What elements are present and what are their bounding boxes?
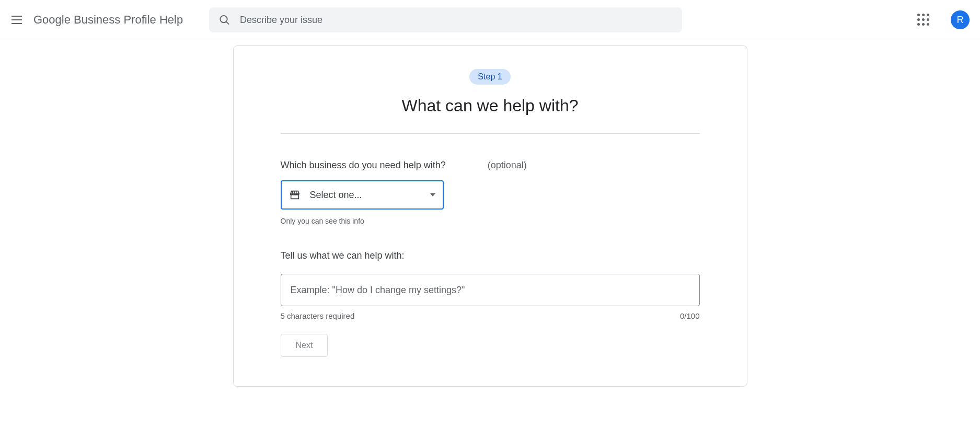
chevron-down-icon xyxy=(430,193,435,196)
main: Step 1 What can we help with? Which busi… xyxy=(0,40,980,387)
search-box[interactable] xyxy=(209,7,682,32)
optional-label: (optional) xyxy=(488,160,527,171)
next-button[interactable]: Next xyxy=(281,334,328,357)
menu-icon[interactable] xyxy=(10,14,23,26)
apps-icon[interactable] xyxy=(917,14,930,26)
issue-input[interactable] xyxy=(281,274,700,306)
avatar[interactable]: R xyxy=(951,10,970,29)
search-icon xyxy=(218,14,230,26)
store-icon xyxy=(289,189,301,201)
business-select[interactable]: Select one... xyxy=(281,180,444,210)
help-card: Step 1 What can we help with? Which busi… xyxy=(233,45,747,387)
input-footer: 5 characters required 0/100 xyxy=(281,311,700,320)
select-helper: Only you can see this info xyxy=(281,217,700,225)
chars-required: 5 characters required xyxy=(281,311,355,320)
card-title: What can we help with? xyxy=(281,96,700,115)
step-badge: Step 1 xyxy=(469,69,510,85)
char-count: 0/100 xyxy=(680,311,700,320)
business-label: Which business do you need help with? xyxy=(281,160,446,171)
header-title: Google Business Profile Help xyxy=(33,13,183,27)
select-placeholder: Select one... xyxy=(310,190,430,201)
search-input[interactable] xyxy=(240,15,673,26)
header: Google Business Profile Help R xyxy=(0,0,980,40)
divider xyxy=(281,133,700,134)
svg-point-0 xyxy=(220,16,227,22)
issue-label: Tell us what we can help with: xyxy=(281,250,700,261)
business-field-row: Which business do you need help with? (o… xyxy=(281,160,700,171)
svg-line-1 xyxy=(226,22,229,25)
